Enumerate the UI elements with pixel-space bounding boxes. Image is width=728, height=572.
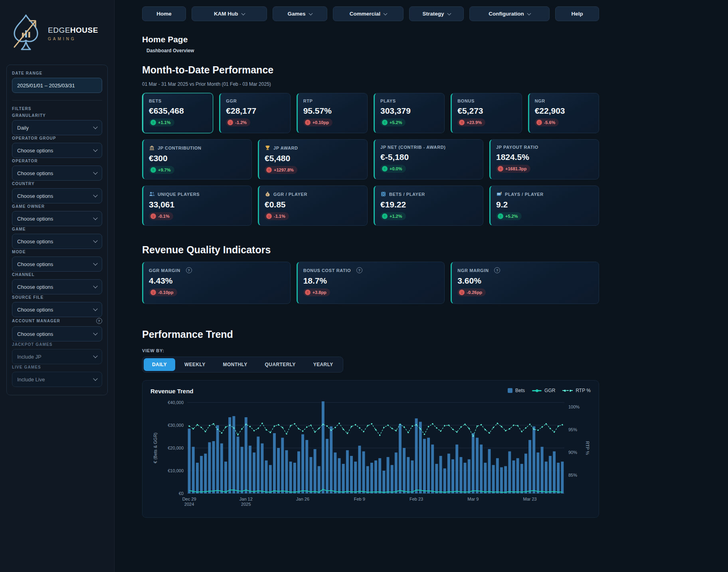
svg-text:2024: 2024 [184, 502, 194, 507]
filter-panel: DATE RANGE 2025/01/01 – 2025/03/31 FILTE… [6, 65, 108, 395]
arrow-up-icon: ↑ [305, 290, 311, 295]
kpi-card-ggr-player: €GGR / PLAYER€0.85↓-1.1% [258, 185, 368, 226]
kpi-card-jp-net-contrib-award: JP NET (CONTRIB - AWARD)€-5,180↑+0.0% [374, 139, 483, 179]
filter-select-granularity[interactable]: Daily [12, 120, 102, 135]
legend-bets[interactable]: Bets [508, 388, 525, 393]
legend-label: GGR [544, 388, 555, 393]
filter-select-mode[interactable]: Choose options [12, 256, 102, 272]
chevron-down-icon [241, 12, 245, 16]
filter-select-game[interactable]: Choose options [12, 234, 102, 249]
tab-monthly[interactable]: MONTHLY [215, 358, 256, 371]
quality-heading: Revenue Quality Indicators [142, 244, 599, 256]
kpi-value: €19.22 [380, 200, 477, 209]
svg-text:€20,000: €20,000 [168, 446, 184, 450]
help-icon[interactable] [356, 267, 362, 273]
kpi-label: NGR MARGIN [457, 268, 489, 273]
kpi-label: PLAYS / PLAYER [505, 192, 544, 197]
kpi-value: €-5,180 [380, 152, 477, 162]
chevron-down-icon [447, 12, 451, 16]
filter-label: CHANNEL [12, 272, 102, 277]
kpi-delta-value: +0.0% [390, 166, 402, 171]
tab-quarterly[interactable]: QUARTERLY [257, 358, 304, 371]
chevron-down-icon [93, 238, 97, 243]
nav-help[interactable]: Help [555, 6, 599, 21]
chevron-down-icon [309, 12, 313, 16]
filter-select-operator[interactable]: Choose options [12, 166, 102, 181]
filter-select-value: Daily [17, 125, 29, 131]
nav-home[interactable]: Home [142, 6, 186, 21]
filter-list: GRANULARITYDailyOPERATOR GROUPChoose opt… [12, 113, 102, 387]
filter-label: MODE [12, 250, 102, 254]
filter-label-text: LIVE GAMES [12, 365, 41, 369]
filter-select-value: Choose options [17, 216, 53, 222]
kpi-label: BONUS COST RATIO [303, 268, 351, 273]
nav-kam-hub[interactable]: KAM Hub [192, 6, 267, 21]
kpi-delta-badge: ↑+3.8pp [303, 288, 330, 296]
filter-label-text: JACKPOT GAMES [12, 342, 53, 347]
kpi-label-row: GGR MARGIN [149, 267, 285, 273]
svg-text:Jan 26: Jan 26 [296, 497, 309, 501]
nav-games[interactable]: Games [273, 6, 327, 21]
kpi-delta-value: -0.10pp [158, 290, 174, 295]
filter-select-channel[interactable]: Choose options [12, 279, 102, 294]
filter-group-operator: OPERATORChoose options [12, 159, 102, 181]
help-icon[interactable] [494, 267, 500, 273]
filter-group-source-file: SOURCE FILEChoose options [12, 295, 102, 317]
mtd-heading: Month-to-Date Performance [142, 64, 599, 76]
kpi-label-row: €GGR / PLAYER [265, 191, 362, 197]
kpi-label-row: JP PAYOUT RATIO [496, 145, 593, 150]
nav-strategy[interactable]: Strategy [409, 6, 464, 21]
chevron-down-icon [93, 306, 97, 311]
legend-label: RTP % [576, 388, 591, 393]
brand-logo[interactable]: EDGEHOUSE GAMING [6, 7, 108, 65]
filter-label: GAME [12, 227, 102, 231]
filter-select-country[interactable]: Choose options [12, 188, 102, 203]
filter-label-text: MODE [12, 250, 26, 254]
arrow-up-icon: ↑ [382, 166, 388, 172]
kpi-delta-badge: ↑+1.2% [380, 212, 406, 220]
filter-select-source-file[interactable]: Choose options [12, 302, 102, 317]
view-by-label: VIEW BY: [142, 348, 599, 353]
legend-ggr[interactable]: GGR [532, 388, 555, 393]
money-bag-icon: € [265, 191, 271, 197]
kpi-delta-badge: ↑+1681.3pp [496, 165, 530, 173]
revenue-trend-chart[interactable]: €0€10,000€20,000€30,000€40,00085%90%95%1… [150, 398, 591, 513]
chart-header: Revenue Trend BetsGGRRTP % [150, 388, 591, 394]
chevron-down-icon [93, 147, 97, 152]
kpi-delta-value: -0.26pp [467, 290, 482, 295]
brand-name-edge: EDGE [48, 26, 70, 34]
svg-text:2025: 2025 [241, 502, 251, 507]
kpi-delta-badge: ↓-1.1% [265, 212, 289, 220]
tab-weekly[interactable]: WEEKLY [176, 358, 214, 371]
kpi-card-bets-player: BETS / PLAYER€19.22↑+1.2% [374, 185, 483, 226]
kpi-card-ngr-margin: NGR MARGIN3.60%↓-0.26pp [451, 262, 599, 304]
filter-select-operator-group[interactable]: Choose options [12, 143, 102, 158]
kpi-label-row: GGR [226, 99, 284, 103]
filter-select-live-games[interactable]: Include Live [12, 372, 102, 387]
help-icon[interactable] [96, 318, 102, 324]
filter-select-account-manager[interactable]: Choose options [12, 326, 102, 341]
date-range-input[interactable]: 2025/01/01 – 2025/03/31 [12, 78, 102, 93]
date-range-value: 2025/01/01 – 2025/03/31 [17, 83, 75, 89]
svg-text:RTP %: RTP % [585, 441, 590, 455]
kpi-value: 33,061 [149, 200, 246, 209]
kpi-delta-badge: ↑+5.2% [496, 212, 522, 220]
kpi-label: BONUS [457, 99, 475, 103]
filter-group-country: COUNTRYChoose options [12, 181, 102, 203]
filter-select-game-owner[interactable]: Choose options [12, 211, 102, 226]
chevron-down-icon [93, 215, 97, 220]
kpi-label: JP PAYOUT RATIO [496, 145, 538, 150]
tab-yearly[interactable]: YEARLY [305, 358, 342, 371]
nav-commercial[interactable]: Commercial [333, 6, 404, 21]
kpi-delta-badge: ↑+9.7% [149, 166, 174, 174]
tab-daily[interactable]: DAILY [144, 358, 175, 371]
kpi-row-2: JP CONTRIBUTION€300↑+9.7%JP AWARD€5,480↑… [142, 139, 599, 179]
nav-configuration[interactable]: Configuration [469, 6, 550, 21]
filter-select-value: Choose options [17, 239, 53, 245]
kpi-label: JP CONTRIBUTION [158, 146, 202, 150]
legend-rtp[interactable]: RTP % [562, 388, 591, 393]
filter-select-jackpot-games[interactable]: Include JP [12, 349, 102, 364]
kpi-value: 4.43% [149, 276, 285, 286]
help-icon[interactable] [186, 267, 192, 273]
kpi-delta-value: +3.8pp [313, 290, 326, 295]
